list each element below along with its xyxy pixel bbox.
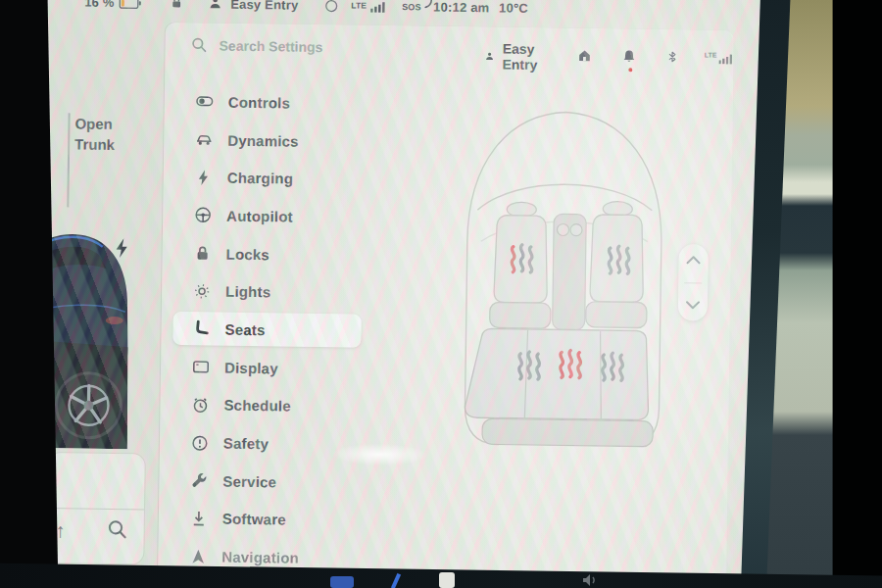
bluetooth-icon[interactable]: [666, 49, 679, 69]
sos-label: SOS: [402, 2, 421, 12]
settings-panel: Search Settings Easy Entry LTE: [158, 23, 734, 588]
sidebar-item-dynamics[interactable]: Dynamics: [164, 120, 372, 161]
scroll-pill: [678, 244, 709, 320]
open-trunk-button[interactable]: Open Trunk: [74, 113, 134, 155]
panel-header-right: Easy Entry LTE: [484, 40, 733, 75]
sidebar-item-software[interactable]: Software: [159, 499, 368, 540]
notifications-bell-icon[interactable]: [622, 48, 637, 68]
sidebar-item-label: Safety: [223, 435, 269, 453]
taskbar-app-icon[interactable]: [439, 572, 455, 588]
volume-icon[interactable]: [582, 573, 600, 588]
mini-card-divider: [48, 508, 144, 510]
lock-icon: [194, 244, 212, 262]
driver-profile-name[interactable]: Easy Entry: [230, 0, 298, 13]
sidebar-item-service[interactable]: Service: [159, 462, 368, 503]
vehicle-rendering: [0, 220, 130, 449]
bolt-icon: [195, 169, 213, 186]
sidebar-item-safety[interactable]: Safety: [160, 423, 368, 465]
settings-menu: ControlsDynamicsChargingAutopilotLocksLi…: [158, 82, 372, 578]
profile-icon[interactable]: [484, 48, 494, 64]
search-placeholder: Search Settings: [220, 37, 323, 54]
sidebar-item-label: Navigation: [221, 549, 299, 566]
expand-up-icon[interactable]: ↑: [56, 519, 66, 542]
sidebar-item-label: Software: [222, 511, 286, 528]
sidebar-item-label: Schedule: [223, 397, 291, 415]
sidebar-item-label: Seats: [224, 321, 265, 339]
wheel-icon: [194, 207, 212, 224]
car-icon: [195, 130, 213, 148]
scroll-pill-divider: [684, 282, 702, 283]
battery-icon: [119, 0, 141, 9]
sidebar-item-label: Display: [224, 359, 278, 376]
sidebar-item-label: Autopilot: [226, 208, 293, 225]
signal-bars-icon: [718, 51, 733, 69]
taskbar-app-icon[interactable]: [330, 576, 354, 588]
scroll-down-button[interactable]: [685, 297, 701, 315]
search-icon[interactable]: [107, 518, 128, 540]
network-label: LTE: [705, 51, 717, 58]
sidebar-item-seats[interactable]: Seats: [161, 310, 369, 351]
display-icon: [192, 358, 210, 375]
clock-icon: [191, 396, 209, 414]
sidebar-item-label: Controls: [228, 93, 290, 111]
seat-heater-diagram: [449, 94, 679, 460]
sidebar-item-navigation[interactable]: Navigation: [158, 537, 367, 578]
sidebar-item-display[interactable]: Display: [161, 348, 369, 389]
status-ring-icon: [324, 0, 338, 13]
notification-dot: [629, 68, 633, 72]
seat-icon: [192, 320, 210, 338]
sidebar-item-label: Charging: [227, 170, 294, 187]
sidebar-item-lights[interactable]: Lights: [162, 271, 370, 313]
sidebar-item-label: Locks: [226, 245, 270, 263]
trunk-indicator-line: [67, 113, 70, 207]
scroll-up-button[interactable]: [685, 252, 701, 270]
sidebar-item-charging[interactable]: Charging: [163, 158, 371, 199]
download-icon: [190, 510, 208, 527]
sidebar-item-autopilot[interactable]: Autopilot: [163, 196, 371, 237]
sidebar-item-controls[interactable]: Controls: [165, 82, 373, 123]
sidebar-item-label: Lights: [225, 283, 270, 301]
alert-icon: [191, 434, 209, 452]
toggle-icon: [196, 93, 214, 111]
signal-bars-icon: [370, 2, 386, 13]
lock-icon[interactable]: [170, 0, 183, 10]
media-mini-card: ↑: [47, 453, 145, 564]
outside-temperature[interactable]: 10°C: [499, 0, 528, 15]
sidebar-item-schedule[interactable]: Schedule: [160, 385, 368, 426]
driver-profile-icon[interactable]: [208, 0, 222, 11]
tesla-touchscreen: 16 % Easy Entry LTE SOS 10:12 am 10°C Op…: [0, 0, 817, 588]
charge-port-flash-icon[interactable]: [115, 237, 129, 259]
nav-icon: [189, 548, 207, 565]
search-input[interactable]: Search Settings: [190, 36, 322, 55]
dashboard-photo: 16 % Easy Entry LTE SOS 10:12 am 10°C Op…: [0, 0, 882, 588]
battery-percent: 16 %: [84, 0, 115, 10]
sos-arc-icon: [424, 0, 433, 9]
home-icon[interactable]: [577, 48, 593, 68]
profile-name[interactable]: Easy Entry: [502, 41, 548, 74]
network-label: LTE: [351, 0, 367, 10]
clock-time: 10:12 am: [433, 0, 489, 15]
sidebar-item-locks[interactable]: Locks: [162, 233, 370, 274]
wrench-icon: [190, 471, 208, 489]
sun-icon: [193, 282, 211, 300]
sidebar-item-label: Dynamics: [227, 131, 299, 149]
search-icon: [190, 36, 207, 53]
sidebar-item-label: Service: [222, 472, 276, 490]
